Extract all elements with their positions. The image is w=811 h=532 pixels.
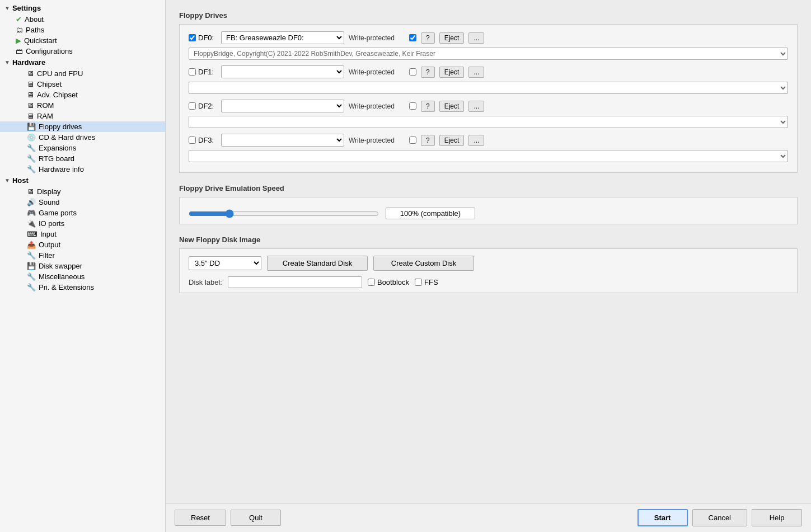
sidebar-item-sound[interactable]: 🔊 Sound	[0, 197, 165, 208]
drive-df0-info-row: FloppyBridge, Copyright(C) 2021-2022 Rob…	[189, 48, 788, 60]
drive-df1-info-row	[189, 82, 788, 94]
sidebar-group-host[interactable]: ▼ Host	[0, 175, 165, 186]
sidebar-item-miscellaneous[interactable]: 🔧 Miscellaneous	[0, 271, 165, 282]
ffs-label-text: FFS	[424, 278, 438, 286]
sidebar-item-rtg-board[interactable]: 🔧 RTG board	[0, 153, 165, 164]
create-custom-disk-button[interactable]: Create Custom Disk	[373, 256, 474, 271]
drive-df2-write-protected-checkbox[interactable]	[409, 102, 416, 110]
sidebar-group-hardware[interactable]: ▼ Hardware	[0, 57, 165, 68]
create-standard-disk-button[interactable]: Create Standard Disk	[267, 256, 368, 271]
ffs-checkbox-label[interactable]: FFS	[415, 278, 438, 286]
drive-df0-help-button[interactable]: ?	[421, 32, 435, 44]
sidebar-item-io-ports[interactable]: 🔌 IO ports	[0, 218, 165, 229]
drive-df3-more-button[interactable]: ...	[468, 135, 484, 146]
sidebar-item-hardware-info[interactable]: 🔧 Hardware info	[0, 164, 165, 175]
drive-df3-select[interactable]	[221, 134, 344, 147]
game-ports-icon: 🎮	[27, 209, 36, 217]
disk-label-input[interactable]	[228, 276, 362, 288]
drive-df3-write-protected-checkbox[interactable]	[409, 136, 416, 144]
miscellaneous-icon: 🔧	[27, 272, 36, 281]
drive-df0-checkbox[interactable]	[189, 34, 196, 41]
drive-df0-more-button[interactable]: ...	[468, 32, 484, 44]
cancel-button[interactable]: Cancel	[692, 509, 747, 526]
drive-df1-more-button[interactable]: ...	[468, 67, 484, 78]
drive-df0-info-select[interactable]: FloppyBridge, Copyright(C) 2021-2022 Rob…	[189, 48, 788, 60]
sidebar-item-chipset[interactable]: 🖥 Chipset	[0, 79, 165, 90]
sidebar-item-output[interactable]: 📤 Output	[0, 239, 165, 250]
drive-df1-info-select[interactable]	[189, 82, 788, 94]
configurations-icon: 🗃	[16, 47, 23, 55]
drive-df2-more-button[interactable]: ...	[468, 101, 484, 112]
sidebar-item-disk-swapper[interactable]: 💾 Disk swapper	[0, 261, 165, 271]
sidebar-item-rom[interactable]: 🖥 ROM	[0, 100, 165, 111]
sidebar-item-floppy-drives-label: Floppy drives	[39, 123, 82, 131]
drive-df1-label[interactable]: DF1:	[189, 68, 217, 76]
drive-df1-select[interactable]	[221, 65, 344, 78]
sidebar-item-game-ports[interactable]: 🎮 Game ports	[0, 208, 165, 218]
sidebar-group-settings[interactable]: ▼ Settings	[0, 2, 165, 14]
bootblock-checkbox-label[interactable]: Bootblock	[368, 278, 409, 286]
cpu-fpu-icon: 🖥	[27, 69, 34, 78]
drive-df0-write-protected-label: Write-protected	[349, 34, 405, 42]
drive-df0-select[interactable]: FB: Greaseweazle DF0:	[221, 31, 344, 44]
sidebar-item-quickstart[interactable]: ▶ Quickstart	[0, 35, 165, 46]
sidebar-group-host-label: Host	[12, 176, 29, 185]
speed-display: 100% (compatible)	[386, 208, 475, 219]
drive-df1-write-protected-checkbox[interactable]	[409, 68, 416, 76]
rom-icon: 🖥	[27, 101, 34, 110]
sidebar-item-configurations[interactable]: 🗃 Configurations	[0, 46, 165, 57]
drive-df0-write-protected-checkbox[interactable]	[409, 34, 416, 41]
drive-df2-eject-button[interactable]: Eject	[439, 101, 465, 112]
drive-df3-help-button[interactable]: ?	[421, 135, 435, 146]
speed-box: 100% (compatible)	[179, 197, 798, 224]
hardware-info-icon: 🔧	[27, 165, 36, 173]
sidebar-item-display[interactable]: 🖥 Display	[0, 186, 165, 197]
quit-button[interactable]: Quit	[231, 510, 281, 526]
floppy-drives-icon: 💾	[27, 123, 36, 131]
sidebar-item-pri-extensions[interactable]: 🔧 Pri. & Extensions	[0, 282, 165, 293]
sidebar-item-expansions[interactable]: 🔧 Expansions	[0, 143, 165, 153]
drive-df3-label[interactable]: DF3:	[189, 136, 217, 144]
drive-df2-help-button[interactable]: ?	[421, 101, 435, 112]
sidebar-item-about[interactable]: ✔ About	[0, 14, 165, 25]
disk-type-select[interactable]: 3.5" DD 3.5" HD 5.25" DD 5.25" HD	[189, 256, 261, 270]
cd-hard-drives-icon: 💿	[27, 133, 36, 142]
sidebar: ▼ Settings ✔ About 🗂 Paths ▶ Quickstart …	[0, 0, 166, 532]
sidebar-item-ram[interactable]: 🖥 RAM	[0, 111, 165, 121]
drive-df0-block: DF0: FB: Greaseweazle DF0: Write-protect…	[189, 31, 788, 60]
drive-df2-info-select[interactable]	[189, 116, 788, 128]
sidebar-item-paths[interactable]: 🗂 Paths	[0, 25, 165, 35]
sidebar-item-floppy-drives[interactable]: 💾 Floppy drives	[0, 121, 165, 132]
sidebar-item-filter[interactable]: 🔧 Filter	[0, 250, 165, 261]
sidebar-item-adv-chipset[interactable]: 🖥 Adv. Chipset	[0, 90, 165, 100]
bootblock-checkbox[interactable]	[368, 279, 375, 286]
filter-icon: 🔧	[27, 251, 36, 260]
drive-df2-select[interactable]	[221, 100, 344, 112]
sidebar-item-disk-swapper-label: Disk swapper	[39, 262, 82, 270]
sidebar-item-quickstart-label: Quickstart	[24, 36, 57, 45]
ffs-checkbox[interactable]	[415, 279, 422, 286]
drive-df0-label[interactable]: DF0:	[189, 34, 217, 42]
help-button[interactable]: Help	[752, 509, 802, 526]
start-button[interactable]: Start	[637, 509, 688, 526]
drive-df2-label[interactable]: DF2:	[189, 102, 217, 110]
sidebar-item-cpu-fpu[interactable]: 🖥 CPU and FPU	[0, 68, 165, 79]
sidebar-item-miscellaneous-label: Miscellaneous	[39, 272, 85, 281]
disk-label-row: Disk label: Bootblock FFS	[189, 276, 788, 288]
drive-df0-eject-button[interactable]: Eject	[439, 32, 465, 44]
reset-button[interactable]: Reset	[175, 510, 226, 526]
drive-df3-eject-button[interactable]: Eject	[439, 135, 465, 146]
sidebar-item-cd-hard-drives[interactable]: 💿 CD & Hard drives	[0, 132, 165, 143]
speed-slider[interactable]	[189, 209, 379, 218]
drive-df3-write-protected-label: Write-protected	[349, 136, 405, 144]
drive-df1-help-button[interactable]: ?	[421, 67, 435, 78]
drive-df3-checkbox[interactable]	[189, 136, 196, 144]
drive-df2-info-row	[189, 116, 788, 128]
sidebar-item-input[interactable]: ⌨ Input	[0, 229, 165, 239]
drive-df2-checkbox[interactable]	[189, 102, 196, 110]
drive-df1-checkbox[interactable]	[189, 68, 196, 76]
drive-df1-eject-button[interactable]: Eject	[439, 67, 465, 78]
sidebar-item-io-ports-label: IO ports	[39, 219, 64, 228]
drive-df3-info-select[interactable]	[189, 150, 788, 162]
display-icon: 🖥	[27, 187, 34, 196]
